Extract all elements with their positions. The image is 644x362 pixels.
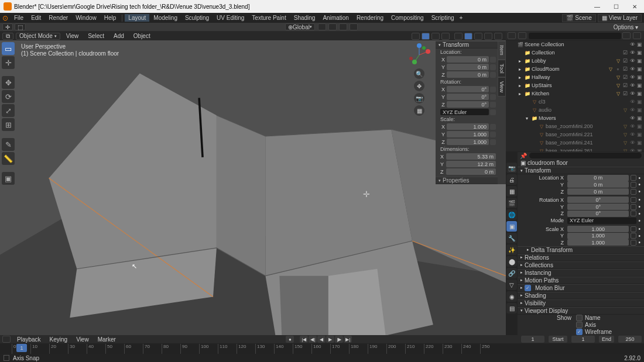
- disable-icon[interactable]: ▣: [636, 91, 642, 96]
- np-scl-z[interactable]: 1.000: [447, 139, 489, 145]
- np-dim-x[interactable]: 5.33 m: [446, 153, 496, 160]
- np-dim-y[interactable]: 12.2 m: [446, 161, 496, 167]
- disable-icon[interactable]: ▣: [636, 66, 642, 72]
- hide-icon[interactable]: 👁: [629, 148, 635, 151]
- disable-icon[interactable]: ▣: [636, 115, 642, 121]
- tl-playback[interactable]: Playback: [13, 336, 44, 343]
- outliner-row[interactable]: ▾📁Movers👁▣: [506, 114, 644, 122]
- p-transform-header[interactable]: Transform: [518, 167, 644, 174]
- p-rot-z[interactable]: 0°: [567, 211, 629, 217]
- shade-solid-icon[interactable]: [464, 33, 472, 40]
- propedit-icon[interactable]: [350, 23, 358, 30]
- np-tab-item[interactable]: Item: [498, 41, 506, 60]
- exclude-icon[interactable]: ☑: [622, 58, 628, 64]
- menu-file[interactable]: File: [11, 14, 27, 22]
- options-dropdown[interactable]: Options ▾: [610, 23, 642, 31]
- np-dim-z[interactable]: 0 m: [446, 168, 496, 175]
- ptab-modifier[interactable]: 🔧: [506, 233, 517, 243]
- np-loc-z[interactable]: 0 m: [447, 71, 489, 78]
- p-euler-dropdown[interactable]: XYZ Euler: [567, 218, 636, 224]
- hide-icon[interactable]: 👁: [629, 66, 635, 72]
- p-collections-header[interactable]: Collections: [518, 261, 644, 269]
- tl-editor-icon[interactable]: [2, 336, 11, 343]
- hide-icon[interactable]: 👁: [629, 91, 635, 96]
- vp-menu-select[interactable]: Select: [84, 32, 108, 40]
- gizmo-icon[interactable]: [422, 33, 430, 40]
- outliner-row[interactable]: ▽base_zoomMini.221▽👁▣: [506, 130, 644, 139]
- outliner-row[interactable]: ▽base_zoomMini.241▽👁▣: [506, 139, 644, 147]
- disable-icon[interactable]: ▣: [636, 99, 642, 105]
- scene-selector[interactable]: 🎬Scene: [562, 14, 595, 22]
- tl-view[interactable]: View: [73, 336, 93, 343]
- p-loc-y[interactable]: 0 m: [567, 181, 629, 188]
- nav-ball[interactable]: [407, 43, 431, 67]
- lock-icon[interactable]: [490, 102, 496, 108]
- hide-icon[interactable]: 👁: [629, 99, 635, 105]
- expand-icon[interactable]: [530, 123, 537, 130]
- exclude-icon[interactable]: ☑: [622, 50, 628, 56]
- tab-compositing[interactable]: Compositing: [388, 14, 427, 22]
- expand-icon[interactable]: [516, 50, 523, 56]
- hide-icon[interactable]: 👁: [629, 82, 635, 88]
- ptab-physics[interactable]: ⬤: [506, 256, 517, 267]
- np-rot-y[interactable]: 0°: [447, 94, 489, 100]
- show-wire-checkbox[interactable]: ✓: [576, 329, 583, 335]
- snap-type-icon[interactable]: [339, 23, 347, 30]
- outliner-row[interactable]: ▸📁Kitchen▽☑👁▣: [506, 89, 644, 98]
- ptab-object[interactable]: ▣: [506, 221, 517, 232]
- disable-icon[interactable]: ▣: [636, 132, 642, 137]
- outliner-search[interactable]: [529, 33, 621, 39]
- exclude-icon[interactable]: ☑: [622, 74, 628, 80]
- np-scl-y[interactable]: 1.000: [447, 131, 489, 137]
- np-tab-tool[interactable]: Tool: [498, 60, 506, 78]
- nav-zoom-icon[interactable]: 🔍: [414, 68, 424, 79]
- cursor3d-icon[interactable]: ✛: [2, 23, 13, 30]
- p-visibility-header[interactable]: Visibility: [518, 299, 644, 307]
- shade-opts-icon[interactable]: [494, 33, 502, 40]
- lock-icon[interactable]: [490, 124, 496, 130]
- disable-icon[interactable]: ▣: [636, 42, 642, 47]
- disable-icon[interactable]: ▣: [636, 123, 642, 129]
- vp-menu-add[interactable]: Add: [110, 32, 128, 40]
- outliner[interactable]: 🎬Scene Collection👁▣📁Collection☑👁▣▸📁Lobby…: [506, 40, 644, 151]
- expand-icon[interactable]: [530, 148, 537, 152]
- ptab-world[interactable]: 🌐: [506, 209, 517, 220]
- shade-mat-icon[interactable]: [474, 33, 482, 40]
- disable-icon[interactable]: ▣: [636, 82, 642, 88]
- exclude-icon[interactable]: ☑: [622, 66, 628, 72]
- np-properties-header[interactable]: Properties: [436, 177, 498, 184]
- p-motionpaths-header[interactable]: Motion Paths: [518, 277, 644, 284]
- show-name-checkbox[interactable]: [576, 315, 583, 321]
- tab-scripting[interactable]: Scripting: [428, 14, 458, 22]
- np-loc-y[interactable]: 0 m: [447, 64, 489, 70]
- disable-icon[interactable]: ▣: [636, 148, 642, 151]
- menu-render[interactable]: Render: [45, 14, 71, 22]
- ptab-scene[interactable]: 🎬: [506, 198, 517, 208]
- shade-render-icon[interactable]: [484, 33, 492, 40]
- tl-nextkey-icon[interactable]: |▶: [335, 336, 343, 343]
- p-motionblur-header[interactable]: ✓Motion Blur: [518, 284, 644, 292]
- outliner-row[interactable]: 🎬Scene Collection👁▣: [506, 40, 644, 49]
- outliner-row[interactable]: ▸📁Lobby▽☑👁▣: [506, 57, 644, 65]
- ptab-render[interactable]: 📷: [506, 163, 517, 173]
- hide-icon[interactable]: 👁: [629, 123, 635, 129]
- ptab-output[interactable]: 🖨: [506, 174, 517, 185]
- p-instancing-header[interactable]: Instancing: [518, 269, 644, 277]
- lock-icon[interactable]: [490, 87, 496, 92]
- ptab-texture[interactable]: ▤: [506, 303, 517, 313]
- tl-end-icon[interactable]: ▶|: [344, 336, 352, 343]
- p-shading-header[interactable]: Shading: [518, 292, 644, 299]
- hide-icon[interactable]: 👁: [629, 42, 635, 47]
- lock-icon[interactable]: [490, 57, 496, 63]
- tool-cursor-icon[interactable]: ⬚: [15, 23, 26, 30]
- outliner-row[interactable]: ▸📁UpStairs▽☑👁▣: [506, 81, 644, 89]
- p-scl-z[interactable]: 1.000: [567, 239, 629, 246]
- p-relations-header[interactable]: Relations: [518, 254, 644, 261]
- menu-help[interactable]: Help: [101, 14, 120, 22]
- pivot-icon[interactable]: [318, 23, 326, 30]
- disable-icon[interactable]: ▣: [636, 58, 642, 64]
- timeline-playhead[interactable]: 1: [16, 344, 27, 352]
- p-scl-x[interactable]: 1.000: [567, 226, 629, 232]
- tl-playrev-icon[interactable]: ◀: [317, 336, 326, 343]
- disable-icon[interactable]: ▣: [636, 50, 642, 56]
